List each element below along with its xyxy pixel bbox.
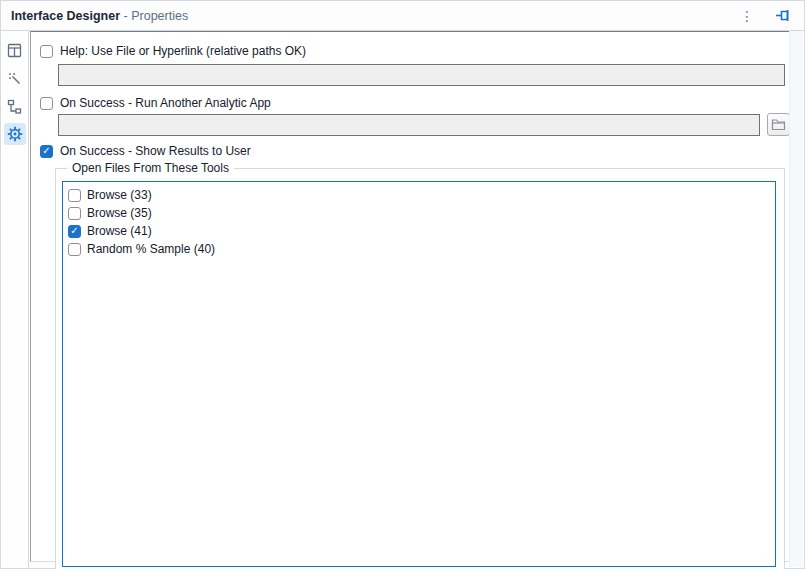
run-app-row: On Success - Run Another Analytic App bbox=[40, 96, 791, 110]
list-item[interactable]: Browse (33) bbox=[63, 186, 775, 204]
test-view-icon[interactable] bbox=[4, 67, 26, 89]
window-title: Interface Designer bbox=[11, 9, 120, 23]
list-item[interactable]: Random % Sample (40) bbox=[63, 240, 775, 258]
help-link-checkbox[interactable] bbox=[40, 45, 53, 58]
open-files-listbox[interactable]: Browse (33) Browse (35) Browse (41) Rand… bbox=[62, 181, 776, 567]
list-item-label: Random % Sample (40) bbox=[87, 242, 215, 256]
open-files-legend: Open Files From These Tools bbox=[67, 161, 234, 175]
list-item-label: Browse (41) bbox=[87, 224, 152, 238]
window-subtitle: - Properties bbox=[120, 9, 188, 23]
show-results-label: On Success - Show Results to User bbox=[60, 144, 251, 158]
list-item-label: Browse (35) bbox=[87, 206, 152, 220]
list-item-checkbox[interactable] bbox=[68, 243, 81, 256]
list-item-checkbox[interactable] bbox=[68, 225, 81, 238]
show-results-row: On Success - Show Results to User bbox=[40, 144, 791, 158]
tree-view-icon[interactable] bbox=[4, 95, 26, 117]
interface-designer-window: Interface Designer - Properties ⋮ bbox=[0, 0, 805, 569]
show-results-checkbox[interactable] bbox=[40, 145, 53, 158]
list-item-checkbox[interactable] bbox=[68, 189, 81, 202]
browse-file-button[interactable] bbox=[767, 113, 790, 136]
titlebar: Interface Designer - Properties ⋮ bbox=[1, 1, 804, 31]
run-app-input[interactable] bbox=[58, 114, 760, 136]
run-app-checkbox[interactable] bbox=[40, 97, 53, 110]
properties-view-icon[interactable] bbox=[4, 123, 26, 145]
run-app-label: On Success - Run Another Analytic App bbox=[60, 96, 271, 110]
folder-browse-icon bbox=[771, 118, 786, 131]
list-item[interactable]: Browse (35) bbox=[63, 204, 775, 222]
open-files-groupbox: Open Files From These Tools Browse (33) … bbox=[55, 168, 785, 569]
right-gutter bbox=[789, 31, 803, 567]
list-item[interactable]: Browse (41) bbox=[63, 222, 775, 240]
overflow-menu-icon[interactable]: ⋮ bbox=[736, 5, 758, 27]
help-link-label: Help: Use File or Hyperlink (relative pa… bbox=[60, 44, 306, 58]
properties-panel: Help: Use File or Hyperlink (relative pa… bbox=[30, 31, 792, 562]
list-item-label: Browse (33) bbox=[87, 188, 152, 202]
help-link-input[interactable] bbox=[58, 64, 785, 86]
view-switch-sidebar bbox=[1, 31, 29, 568]
list-item-checkbox[interactable] bbox=[68, 207, 81, 220]
layout-view-icon[interactable] bbox=[4, 39, 26, 61]
help-link-row: Help: Use File or Hyperlink (relative pa… bbox=[40, 44, 791, 58]
pin-icon[interactable] bbox=[772, 5, 794, 27]
